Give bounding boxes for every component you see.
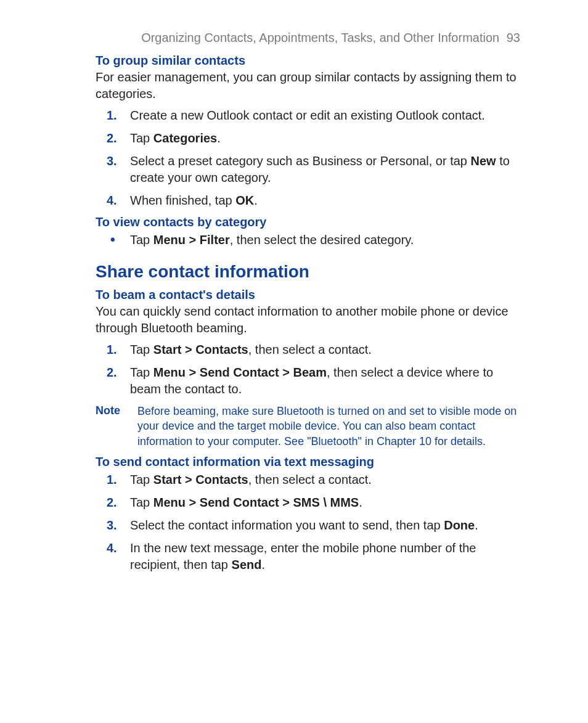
- chapter-title: Organizing Contacts, Appointments, Tasks…: [141, 31, 499, 44]
- step-item: 2. Tap Menu > Send Contact > Beam, then …: [96, 364, 520, 398]
- heading-send-via-text: To send contact information via text mes…: [96, 455, 520, 469]
- step-item: 4. In the new text message, enter the mo…: [96, 540, 520, 573]
- step-item: 3. Select the contact information you wa…: [96, 517, 520, 534]
- step-item: 1. Tap Start > Contacts, then select a c…: [96, 472, 520, 488]
- step-text: Select a preset category such as Busines…: [130, 154, 510, 184]
- step-number: 2.: [107, 364, 117, 381]
- bullet-dot-icon: •: [110, 232, 115, 248]
- heading-beam-contact: To beam a contact's details: [96, 288, 520, 302]
- step-text: In the new text message, enter the mobil…: [130, 541, 476, 571]
- step-text: Tap Menu > Send Contact > SMS \ MMS.: [130, 496, 362, 509]
- steps-beam: 1. Tap Start > Contacts, then select a c…: [96, 341, 520, 398]
- heading-view-by-category: To view contacts by category: [96, 215, 520, 229]
- intro-beam: You can quickly send contact information…: [96, 303, 520, 337]
- heading-group-similar: To group similar contacts: [96, 54, 520, 68]
- step-text: Select the contact information you want …: [130, 518, 478, 532]
- step-number: 2.: [107, 130, 117, 147]
- step-number: 1.: [107, 472, 117, 488]
- step-item: 1. Create a new Outlook contact or edit …: [96, 107, 520, 124]
- bullet-view-by-category: • Tap Menu > Filter, then select the des…: [96, 232, 520, 248]
- bullet-text: Tap Menu > Filter, then select the desir…: [130, 233, 414, 247]
- step-text: When finished, tap OK.: [130, 194, 258, 207]
- step-text: Tap Menu > Send Contact > Beam, then sel…: [130, 366, 493, 396]
- step-number: 4.: [107, 540, 117, 557]
- note-block: Note Before beaming, make sure Bluetooth…: [96, 404, 520, 449]
- step-item: 2. Tap Categories.: [96, 130, 520, 147]
- step-text: Create a new Outlook contact or edit an …: [130, 108, 485, 122]
- steps-sms: 1. Tap Start > Contacts, then select a c…: [96, 472, 520, 573]
- step-number: 4.: [107, 192, 117, 209]
- step-item: 1. Tap Start > Contacts, then select a c…: [96, 341, 520, 358]
- page-number: 93: [507, 31, 520, 44]
- step-item: 3. Select a preset category such as Busi…: [96, 153, 520, 186]
- step-number: 2.: [107, 494, 117, 511]
- heading-share-contact-info: Share contact information: [96, 262, 520, 282]
- step-number: 3.: [107, 517, 117, 534]
- bullet-item: • Tap Menu > Filter, then select the des…: [96, 232, 520, 248]
- step-text: Tap Categories.: [130, 131, 221, 145]
- step-item: 4. When finished, tap OK.: [96, 192, 520, 209]
- step-number: 3.: [107, 153, 117, 170]
- running-header: Organizing Contacts, Appointments, Tasks…: [96, 31, 520, 45]
- step-number: 1.: [107, 107, 117, 124]
- page-content: Organizing Contacts, Appointments, Tasks…: [0, 0, 588, 616]
- note-label: Note: [96, 404, 120, 449]
- steps-group-similar: 1. Create a new Outlook contact or edit …: [96, 107, 520, 209]
- step-number: 1.: [107, 341, 117, 358]
- step-text: Tap Start > Contacts, then select a cont…: [130, 473, 372, 486]
- step-item: 2. Tap Menu > Send Contact > SMS \ MMS.: [96, 494, 520, 511]
- note-body: Before beaming, make sure Bluetooth is t…: [137, 404, 520, 449]
- step-text: Tap Start > Contacts, then select a cont…: [130, 343, 372, 356]
- intro-group-similar: For easier management, you can group sim…: [96, 69, 520, 102]
